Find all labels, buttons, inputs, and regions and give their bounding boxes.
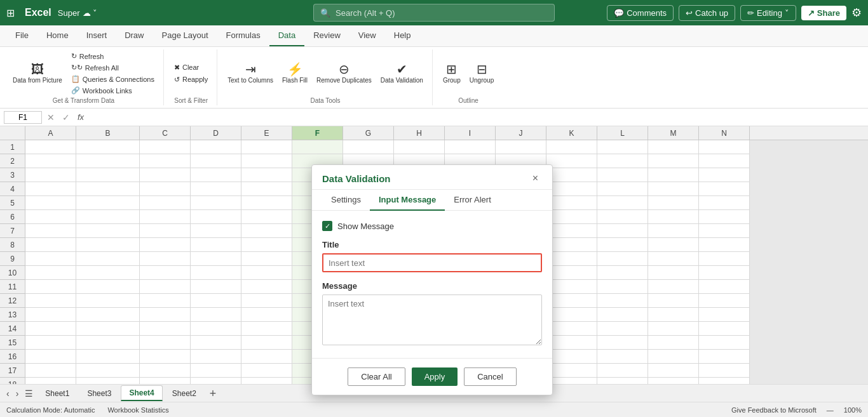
app-name: Excel bbox=[25, 7, 51, 18]
workbook-links-icon: 🔗 bbox=[71, 86, 80, 95]
data-validation-dialog: Data Validation × Settings Input Message… bbox=[311, 164, 553, 395]
refresh-all-icon: ↻↻ bbox=[71, 63, 83, 72]
ribbon-group-buttons-sort-filter: ✖ Clear ↺ Reapply bbox=[170, 51, 212, 96]
title-field-label: Title bbox=[322, 240, 542, 249]
ribbon-group-outline: ⊞ Group ⊟ Ungroup Outline bbox=[434, 50, 503, 105]
show-message-checkbox[interactable]: ✓ bbox=[322, 221, 332, 231]
comment-icon: 💬 bbox=[614, 8, 624, 18]
group-icon: ⊞ bbox=[446, 63, 457, 76]
tab-home[interactable]: Home bbox=[37, 25, 78, 46]
editing-button[interactable]: ✏ Editing ˅ bbox=[740, 5, 796, 21]
data-validation-icon: ✔ bbox=[397, 63, 407, 76]
clear-icon: ✖ bbox=[174, 63, 180, 72]
catchup-icon: ↩ bbox=[686, 8, 693, 18]
reapply-button[interactable]: ↺ Reapply bbox=[170, 74, 212, 85]
data-validation-button[interactable]: ✔ Data Validation bbox=[377, 60, 427, 86]
formula-bar: ✕ ✓ fx bbox=[0, 109, 868, 126]
refresh-buttons: ↻ Refresh ↻↻ Refresh All 📋 Queries & Con… bbox=[67, 51, 158, 96]
title-bar: ⊞ Excel Super ☁ ˅ 🔍 💬 Comments ↩ Catch u… bbox=[0, 0, 868, 25]
tab-data[interactable]: Data bbox=[269, 25, 304, 46]
show-message-row: ✓ Show Message bbox=[322, 221, 542, 231]
share-icon: ↗ bbox=[808, 8, 815, 18]
tab-insert[interactable]: Insert bbox=[78, 25, 116, 46]
ribbon: File Home Insert Draw Page Layout Formul… bbox=[0, 25, 868, 109]
remove-duplicates-icon: ⊖ bbox=[339, 63, 349, 76]
tab-draw[interactable]: Draw bbox=[116, 25, 153, 46]
search-input[interactable] bbox=[336, 8, 548, 18]
group-button[interactable]: ⊞ Group bbox=[439, 60, 465, 86]
spreadsheet-area: A B C D E F G H I J K L M N 1 2 3 4 5 6 … bbox=[0, 126, 868, 416]
title-bar-right: 💬 Comments ↩ Catch up ✏ Editing ˅ ↗ Shar… bbox=[555, 5, 862, 21]
dialog-tabs: Settings Input Message Error Alert bbox=[312, 190, 552, 211]
account-name: Super ☁ ˅ bbox=[58, 8, 97, 18]
queries-icon: 📋 bbox=[71, 75, 80, 83]
title-bar-left: ⊞ Excel Super ☁ ˅ bbox=[6, 7, 313, 19]
search-icon: 🔍 bbox=[320, 8, 330, 18]
flash-fill-icon: ⚡ bbox=[287, 63, 303, 76]
clear-all-button[interactable]: Clear All bbox=[348, 367, 405, 386]
tab-page-layout[interactable]: Page Layout bbox=[153, 25, 217, 46]
chevron-down-icon: ˅ bbox=[785, 8, 789, 18]
edit-icon: ✏ bbox=[747, 8, 754, 18]
dialog-tab-settings[interactable]: Settings bbox=[322, 190, 370, 211]
formula-input[interactable] bbox=[89, 111, 864, 123]
data-from-picture-button[interactable]: 🖼 Data from Picture bbox=[9, 60, 66, 86]
waffle-icon[interactable]: ⊞ bbox=[6, 7, 15, 19]
tab-file[interactable]: File bbox=[6, 25, 37, 46]
message-field-label: Message bbox=[322, 281, 542, 291]
cancel-button[interactable]: Cancel bbox=[464, 367, 516, 386]
queries-button[interactable]: 📋 Queries & Connections bbox=[67, 74, 158, 84]
dialog-body: ✓ Show Message Title Message bbox=[312, 211, 552, 358]
text-to-columns-button[interactable]: ⇥ Text to Columns bbox=[224, 60, 277, 86]
refresh-all-button[interactable]: ↻↻ Refresh All bbox=[67, 62, 158, 73]
comments-button[interactable]: 💬 Comments bbox=[607, 5, 674, 21]
dialog-title: Data Validation bbox=[322, 173, 391, 184]
dialog-close-button[interactable]: × bbox=[529, 171, 542, 185]
tab-help[interactable]: Help bbox=[385, 25, 420, 46]
dialog-footer: Clear All Apply Cancel bbox=[312, 358, 552, 395]
remove-duplicates-button[interactable]: ⊖ Remove Duplicates bbox=[313, 60, 376, 86]
flash-fill-button[interactable]: ⚡ Flash Fill bbox=[278, 60, 311, 86]
show-message-label: Show Message bbox=[337, 222, 394, 231]
refresh-icon: ↻ bbox=[71, 52, 77, 60]
formula-divider: ✕ bbox=[44, 112, 57, 122]
message-textarea[interactable] bbox=[322, 295, 542, 345]
workbook-links-button[interactable]: 🔗 Workbook Links bbox=[67, 85, 158, 96]
dialog-tab-error-alert[interactable]: Error Alert bbox=[445, 190, 500, 211]
clear-reapply-group: ✖ Clear ↺ Reapply bbox=[170, 62, 212, 85]
catchup-button[interactable]: ↩ Catch up bbox=[679, 5, 735, 21]
share-button[interactable]: ↗ Share bbox=[801, 6, 846, 20]
tab-view[interactable]: View bbox=[349, 25, 385, 46]
ribbon-group-buttons-outline: ⊞ Group ⊟ Ungroup bbox=[439, 51, 498, 96]
ribbon-group-buttons-data-tools: ⇥ Text to Columns ⚡ Flash Fill ⊖ Remove … bbox=[224, 51, 427, 96]
picture-data-icon: 🖼 bbox=[31, 63, 44, 76]
ribbon-group-buttons-get-transform: 🖼 Data from Picture ↻ Refresh ↻↻ Refresh… bbox=[9, 51, 158, 96]
ribbon-group-get-transform: 🖼 Data from Picture ↻ Refresh ↻↻ Refresh… bbox=[4, 50, 164, 105]
dialog-tab-input-message[interactable]: Input Message bbox=[370, 190, 445, 211]
gear-icon[interactable]: ⚙ bbox=[851, 6, 862, 20]
ribbon-group-label-sort-filter: Sort & Filter bbox=[174, 97, 208, 104]
tab-formulas[interactable]: Formulas bbox=[217, 25, 269, 46]
ribbon-content: 🖼 Data from Picture ↻ Refresh ↻↻ Refresh… bbox=[0, 47, 868, 108]
search-bar[interactable]: 🔍 bbox=[313, 4, 555, 22]
formula-checkmark: ✓ bbox=[60, 112, 72, 122]
ungroup-button[interactable]: ⊟ Ungroup bbox=[466, 60, 498, 86]
reapply-icon: ↺ bbox=[174, 76, 180, 84]
ribbon-group-label-data-tools: Data Tools bbox=[311, 97, 341, 104]
ribbon-tabs: File Home Insert Draw Page Layout Formul… bbox=[0, 25, 868, 47]
ribbon-group-label-get-transform: Get & Transform Data bbox=[53, 97, 114, 104]
ribbon-group-label-outline: Outline bbox=[458, 97, 478, 104]
refresh-button[interactable]: ↻ Refresh bbox=[67, 51, 158, 62]
cell-reference-box[interactable] bbox=[4, 111, 42, 124]
tab-review[interactable]: Review bbox=[304, 25, 349, 46]
dialog-header: Data Validation × bbox=[312, 165, 552, 190]
clear-button[interactable]: ✖ Clear bbox=[170, 62, 212, 73]
ribbon-group-data-tools: ⇥ Text to Columns ⚡ Flash Fill ⊖ Remove … bbox=[219, 50, 433, 105]
title-input[interactable] bbox=[322, 253, 542, 272]
apply-button[interactable]: Apply bbox=[412, 367, 458, 386]
ungroup-icon: ⊟ bbox=[477, 63, 487, 76]
text-to-columns-icon: ⇥ bbox=[245, 63, 256, 76]
fx-label: fx bbox=[78, 112, 84, 122]
dialog-overlay: Data Validation × Settings Input Message… bbox=[0, 126, 868, 416]
ribbon-group-sort-filter: ✖ Clear ↺ Reapply Sort & Filter bbox=[165, 50, 217, 105]
